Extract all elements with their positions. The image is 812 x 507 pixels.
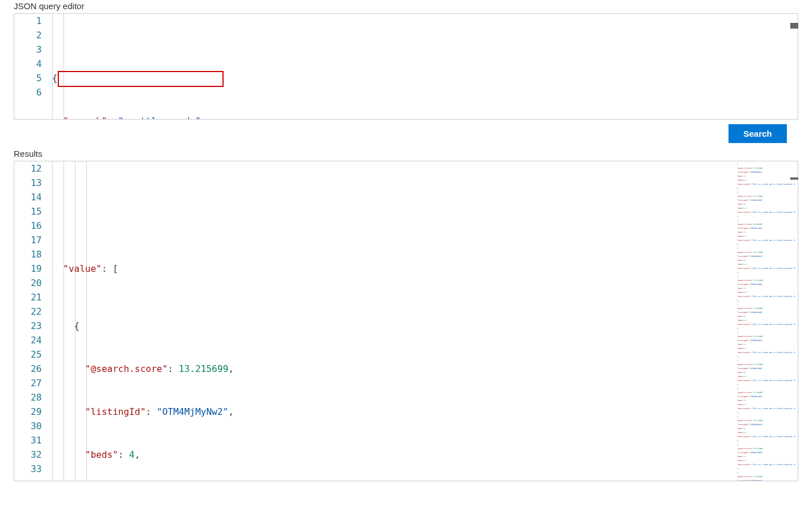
line-number: 4 xyxy=(14,57,42,71)
editor-section-label: JSON query editor xyxy=(0,0,812,13)
results-section-label: Results xyxy=(0,148,812,161)
line-number: 3 xyxy=(14,42,42,57)
minimap[interactable]: { "@search.score":13.215699 "listingId":… xyxy=(735,161,798,481)
line-number: 15 xyxy=(14,204,42,219)
line-number: 27 xyxy=(14,376,42,390)
query-editor-panel[interactable]: 1 2 3 4 5 6 { "search": "seattle condo",… xyxy=(14,13,798,120)
line-number: 13 xyxy=(14,176,42,190)
line-number: 17 xyxy=(14,233,42,247)
line-number: 20 xyxy=(14,276,42,290)
line-number: 32 xyxy=(14,447,42,462)
line-number: 30 xyxy=(14,419,42,433)
line-number: 26 xyxy=(14,362,42,376)
results-panel[interactable]: 12 13 14 15 16 17 18 19 20 21 22 23 24 2… xyxy=(14,161,798,481)
results-gutter: 12 13 14 15 16 17 18 19 20 21 22 23 24 2… xyxy=(14,161,52,481)
line-number: 33 xyxy=(14,462,42,476)
results-scrollbar-marker[interactable] xyxy=(790,177,798,180)
line-number: 25 xyxy=(14,347,42,362)
code-line: "value": [ xyxy=(52,262,735,276)
line-number: 1 xyxy=(14,14,42,28)
action-row: Search xyxy=(0,120,812,148)
code-line: "@search.score": 13.215699, xyxy=(52,362,735,376)
line-number: 24 xyxy=(14,333,42,347)
line-number: 18 xyxy=(14,247,42,262)
editor-code[interactable]: { "search": "seattle condo", "count": tr… xyxy=(52,14,798,119)
line-number: 16 xyxy=(14,219,42,233)
code-line: "beds": 4, xyxy=(52,447,735,462)
search-button[interactable]: Search xyxy=(729,124,787,143)
line-number: 29 xyxy=(14,405,42,419)
editor-gutter: 1 2 3 4 5 6 xyxy=(14,14,52,119)
line-number: 22 xyxy=(14,304,42,319)
line-number: 31 xyxy=(14,433,42,447)
line-number: 28 xyxy=(14,390,42,405)
line-number: 5 xyxy=(14,71,42,85)
code-line: { xyxy=(52,319,735,333)
results-code[interactable]: "value": [ { "@search.score": 13.215699,… xyxy=(52,161,735,481)
line-number: 2 xyxy=(14,28,42,42)
code-line[interactable]: "search": "seattle condo", xyxy=(52,114,798,119)
line-number: 14 xyxy=(14,190,42,204)
line-number: 19 xyxy=(14,262,42,276)
line-number: 6 xyxy=(14,85,42,100)
line-number: 23 xyxy=(14,319,42,333)
line-number: 21 xyxy=(14,290,42,304)
editor-scrollbar-marker[interactable] xyxy=(790,23,798,29)
code-line[interactable]: { xyxy=(52,71,798,85)
code-line: "listingId": "OTM4MjMyNw2", xyxy=(52,405,735,419)
line-number: 12 xyxy=(14,161,42,176)
